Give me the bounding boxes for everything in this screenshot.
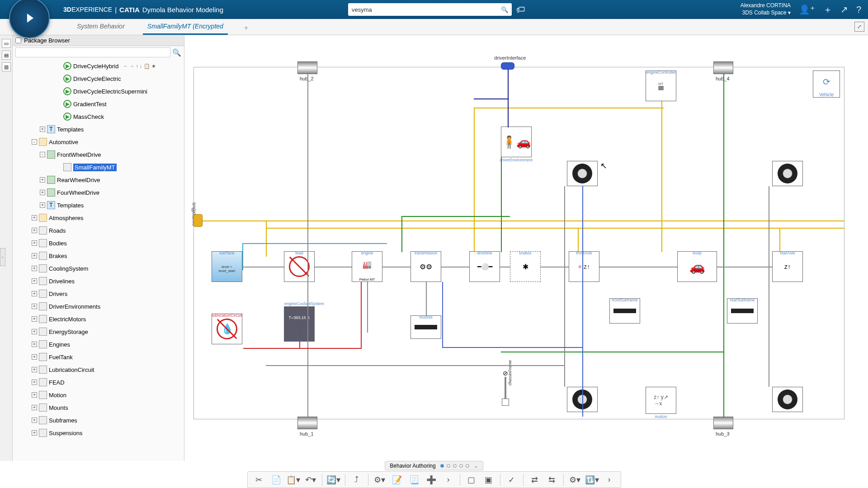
driver-interface-port[interactable] [501,62,514,70]
comp-rear-subframe[interactable]: rearSubframe [727,298,758,324]
tree-item-electricmotors[interactable]: +ElectricMotors [13,313,184,325]
hub-1[interactable] [297,417,317,429]
expand-toggle[interactable]: + [32,304,37,309]
comp-wheel-4[interactable] [772,161,803,186]
comp-wheel-3[interactable] [772,387,803,412]
rail-btn-1[interactable]: ▭ [2,39,11,48]
comp-front-subframe[interactable]: frontSubframe [609,298,640,324]
expand-toggle[interactable]: + [32,228,37,233]
comp-mounts[interactable]: mounts [410,315,441,339]
tree-item-motion[interactable]: +Motion [13,389,184,401]
tree-item-roads[interactable]: +Roads [13,224,184,237]
check-button[interactable]: ✓ [504,473,519,487]
next-button[interactable]: › [441,473,456,487]
comp-body[interactable]: body 🚗 [677,251,717,282]
undo-button[interactable]: ↶▾ [303,473,318,487]
comp-brakes[interactable]: brakes ✱ [510,251,541,282]
tree-item-smallfamilymt[interactable]: SmallFamilyMT [13,161,184,174]
expand-toggle[interactable]: + [32,291,37,296]
rail-btn-2[interactable]: ▤ [2,51,11,60]
add-icon[interactable]: ＋ [823,4,832,16]
comp-driveline[interactable]: driveline ━⚪━ [469,251,500,282]
expand-toggle[interactable]: + [32,405,37,410]
expand-toggle[interactable]: - [32,139,37,145]
comp-lubrication[interactable]: lubricationCircuit 💧 [212,314,242,344]
tab-smallfamilymt[interactable]: SmallFamilyMT (Encrypted [143,19,228,35]
expand-toggle[interactable]: + [40,190,45,195]
pkg-search-input[interactable] [15,47,170,57]
sync-button[interactable]: 🔃▾ [585,473,600,487]
left-panel-handle[interactable]: ‹ [0,248,5,266]
tree-item-mounts[interactable]: +Mounts [13,401,184,414]
expand-toggle[interactable]: + [32,430,37,436]
mode-dot-5[interactable] [466,464,469,468]
tag-icon[interactable]: 🏷 [516,5,525,15]
comp-transmission[interactable]: transmission ⚙⚙ [410,251,441,282]
search-input[interactable] [348,3,497,16]
expand-toggle[interactable]: + [40,127,45,132]
component-button[interactable]: ⚙▾ [372,473,387,487]
tree-item-bodies[interactable]: +Bodies [13,237,184,249]
hub-2[interactable] [297,61,317,74]
hub-4[interactable] [713,61,733,74]
copy-button[interactable]: 📄 [269,473,284,487]
comp-vehicle[interactable]: ⟳ Vehicle [813,70,840,98]
tree-item-energystorage[interactable]: +EnergyStorage [13,325,184,338]
diagram-canvas[interactable]: ↖ hub_2 hub_4 hub_1 hub_3 driverInterfac… [184,35,868,461]
next2-button[interactable]: › [602,473,617,487]
text-button[interactable]: 📝 [389,473,405,487]
share-icon[interactable]: ↗ [840,4,848,15]
tab-system-behavior[interactable]: System Behavior [72,19,129,35]
comp-engine-coolant[interactable]: engineCoolantSystem T=363.15 K ↓ [284,306,315,342]
mode-dot-1[interactable] [440,464,444,468]
mode-dot-4[interactable] [459,464,463,468]
tree-item-drivecycleelectricsupermini[interactable]: ▶DriveCycleElectricSupermini [13,85,184,98]
tree-item-frontwheeldrive[interactable]: -FrontWheelDrive [13,148,184,161]
expand-button[interactable]: ⤢ [854,22,864,32]
pkg-search-icon[interactable]: 🔍 [172,48,181,57]
comp-driver-environment[interactable]: 🧍🚗 driverEnvironment [501,127,532,157]
tree-item-suspensions[interactable]: +Suspensions [13,427,184,439]
tree-item-lubricationcircuit[interactable]: +LubricationCircuit [13,363,184,376]
expand-toggle[interactable]: + [32,380,37,385]
expand-toggle[interactable]: + [40,177,45,183]
comp-wheel-1[interactable] [567,387,598,412]
tree-item-gradienttest[interactable]: ▶GradientTest [13,98,184,110]
tree-item-templates[interactable]: +TTemplates [13,199,184,211]
tree-item-driverenvironments[interactable]: +DriverEnvironments [13,300,184,313]
expand-toggle[interactable]: + [32,316,37,322]
tree-item-drivers[interactable]: +Drivers [13,287,184,300]
expand-toggle[interactable]: + [32,418,37,423]
tree-item-templates[interactable]: +TTemplates [13,123,184,136]
cut-button[interactable]: ✂ [251,473,267,487]
user-icon[interactable]: 👤⁺ [799,4,815,15]
tree-item-coolingsystem[interactable]: +CoolingSystem [13,262,184,275]
controlbus-port[interactable] [193,214,203,227]
mode-indicator[interactable]: Behavior Authoring ⌄ [385,461,483,470]
tree-item-engines[interactable]: +Engines [13,338,184,351]
user-block[interactable]: Alexandre CORTINA 3DS Collab Space ▾ [741,2,791,16]
insert-button[interactable]: ➕ [424,473,439,487]
help-icon[interactable]: ? [856,5,861,15]
settings-button[interactable]: ⚙▾ [567,473,583,487]
pkg-checkbox[interactable] [15,38,21,43]
chevron-down-icon[interactable]: ⌄ [474,463,478,469]
expand-toggle[interactable]: + [32,278,37,284]
tree-item-drivelines[interactable]: +Drivelines [13,275,184,287]
doc-button[interactable]: 📃 [406,473,422,487]
expand-toggle[interactable]: + [40,202,45,208]
comp-wheel-2[interactable] [567,161,598,186]
rail-btn-3[interactable]: ▥ [2,62,11,71]
sim1-button[interactable]: ⇄ [527,473,542,487]
expand-toggle[interactable]: + [32,240,37,246]
comp-engine[interactable]: engine 🏭 Petrol MT [352,251,382,282]
expand-toggle[interactable]: + [32,392,37,398]
paste-button[interactable]: 📋▾ [286,473,301,487]
rect-button[interactable]: ▢ [464,473,479,487]
tree-item-subframes[interactable]: +Subframes [13,414,184,427]
expand-toggle[interactable]: + [32,367,37,372]
expand-toggle[interactable]: + [32,253,37,258]
tree-item-drivecycleelectric[interactable]: ▶DriveCycleElectric [13,72,184,85]
ungroup-button[interactable]: ▣ [481,473,496,487]
hub-3[interactable] [713,417,733,429]
